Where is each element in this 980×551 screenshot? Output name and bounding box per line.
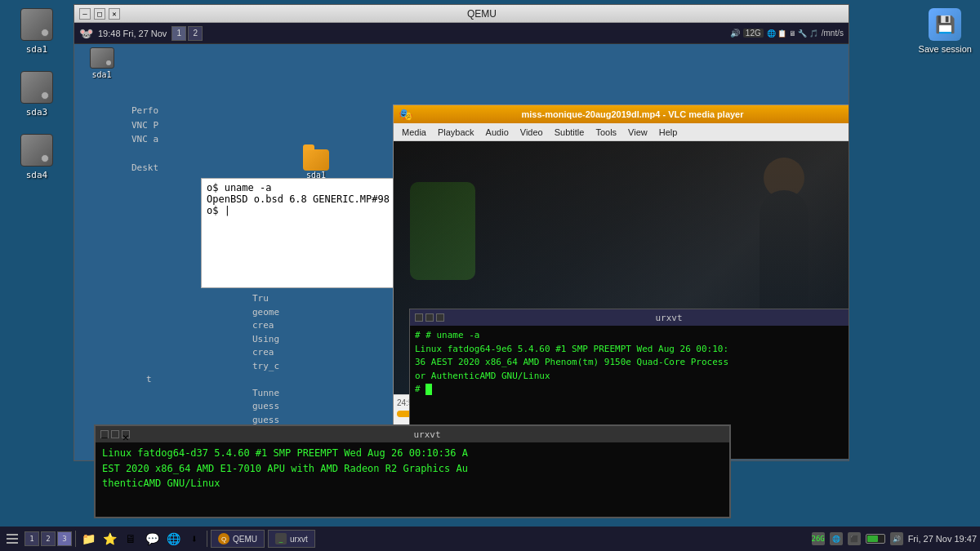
urxvt-middle-maximize[interactable] xyxy=(425,313,434,322)
urxvt-middle-title: urxvt xyxy=(444,313,849,323)
urxvt-bottom-content: Linux fatdog64-d37 5.4.60 #1 SMP PREEMPT… xyxy=(96,442,729,517)
vlc-title-text: miss-monique-20aug2019dl.mp4 - VLC media… xyxy=(412,109,849,119)
bg-text-b1: Tru xyxy=(252,292,279,306)
hdd-icon-sda3 xyxy=(20,71,53,104)
taskbar-star-icon[interactable]: ⭐ xyxy=(100,530,118,548)
qemu-bg-text-bottom: Tru geome crea Using crea try_c Tunne gu… xyxy=(252,292,279,427)
xfce-workspaces: 1 2 xyxy=(172,26,203,41)
sda1-label: sda1 xyxy=(26,44,48,55)
urxvt-middle-controls[interactable] xyxy=(415,313,444,322)
qemu-bg-text-top: Perfo VNC P VNC a Deskt xyxy=(131,104,158,176)
taskbar-volume-icon[interactable]: 🔊 xyxy=(890,532,903,545)
bg-text-b2: geome xyxy=(252,306,279,320)
bg-text-b5: crea xyxy=(252,346,279,360)
taskbar-qemu-icon: Q xyxy=(218,533,229,544)
xfce-tray: 🔊 12G 🌐 📋 🖥 🔧 🎵 /mnt/s xyxy=(730,29,844,38)
qemu-close-btn[interactable]: ✕ xyxy=(109,8,120,20)
qemu-maximize-btn[interactable]: □ xyxy=(94,8,105,20)
urxvt-middle-minimize[interactable] xyxy=(415,313,423,322)
vlc-menu-video[interactable]: Video xyxy=(515,126,548,139)
taskbar-ws-3[interactable]: 3 xyxy=(57,531,72,546)
taskbar-urxvt-btn[interactable]: _ urxvt xyxy=(268,530,315,548)
qemu-window-controls[interactable]: – □ ✕ xyxy=(79,8,120,20)
urxvt-bottom-controls[interactable]: – ✕ xyxy=(100,430,130,438)
hdd-icon-sda1 xyxy=(20,8,53,41)
taskbar-browser-icon[interactable]: 🌐 xyxy=(164,530,182,548)
vlc-menu-view[interactable]: View xyxy=(623,126,653,139)
qemu-folder-icon xyxy=(303,149,329,171)
svg-rect-1 xyxy=(7,538,18,540)
urxvt-middle-titlebar: urxvt xyxy=(410,309,849,326)
sda3-label: sda3 xyxy=(26,107,48,118)
urxvt-middle-line-4: or AuthenticAMD GNU/Linux xyxy=(415,370,849,384)
urxvt-bottom-line-2: EST 2020 x86_64 AMD E1-7010 APU with AMD… xyxy=(102,461,723,477)
bg-text-b9: guess xyxy=(252,400,279,414)
urxvt-middle-line-2: Linux fatdog64-9e6 5.4.60 #1 SMP PREEMPT… xyxy=(415,343,849,357)
bg-text-2: VNC P xyxy=(131,119,158,133)
taskbar-ws-1[interactable]: 1 xyxy=(24,531,39,546)
taskbar-urxvt-label: urxvt xyxy=(290,535,308,544)
xfce-tray-volume: 🔊 xyxy=(730,29,740,38)
qemu-sda1-label: sda1 xyxy=(91,70,111,79)
sda3-icon[interactable]: sda3 xyxy=(8,71,65,118)
vlc-menu-media[interactable]: Media xyxy=(397,126,431,139)
qemu-sda1-icon-box xyxy=(90,47,114,69)
urxvt-bottom-title: urxvt xyxy=(130,429,724,440)
bg-text-b6: try_c xyxy=(252,360,279,374)
taskbar-right: 26G 🌐 ⬛ 🔊 Fri, 27 Nov 19:47 xyxy=(812,532,977,545)
xfce-ws-2[interactable]: 2 xyxy=(188,26,203,41)
taskbar-qemu-btn[interactable]: Q QEMU xyxy=(211,530,265,548)
taskbar: 1 2 3 📁 ⭐ 🖥 💬 🌐 ⬇ Q QEMU _ urxvt 26G 🌐 xyxy=(0,527,980,551)
qemu-desktop-icons: sda1 xyxy=(79,47,124,79)
outer-desktop: sda1 sda3 sda4 💾 Save session – □ ✕ QEMU xyxy=(0,0,980,551)
taskbar-menu-btn[interactable] xyxy=(3,530,21,548)
bg-text-1: Perfo xyxy=(131,104,158,118)
taskbar-battery-bar xyxy=(866,534,885,544)
vlc-menu-playback[interactable]: Playback xyxy=(433,126,479,139)
vlc-menu-subtitle[interactable]: Subtitle xyxy=(550,126,590,139)
taskbar-terminal-icon[interactable]: 🖥 xyxy=(122,530,140,548)
xfce-ws-1[interactable]: 1 xyxy=(172,26,186,41)
sda4-icon[interactable]: sda4 xyxy=(8,134,65,180)
taskbar-usb-icon: ⬛ xyxy=(848,532,861,545)
xfce-network-icons: 🌐 📋 🖥 🔧 🎵 xyxy=(767,29,818,38)
vlc-menu-help[interactable]: Help xyxy=(654,126,683,139)
vlc-menu-audio[interactable]: Audio xyxy=(481,126,514,139)
vlc-logo-icon: 🎭 xyxy=(399,108,412,121)
bg-text-5: Deskt xyxy=(131,162,158,176)
xfce-menu-icon[interactable]: 🐭 xyxy=(79,27,93,40)
hdd-icon-sda4 xyxy=(20,134,53,167)
urxvt-bottom-titlebar: – ✕ urxvt xyxy=(96,426,729,442)
taskbar-network-icon: 🌐 xyxy=(830,532,843,545)
qemu-sda1-folder[interactable]: sda1 xyxy=(303,149,329,180)
vlc-menu-tools[interactable]: Tools xyxy=(590,126,621,139)
urxvt-middle-close[interactable] xyxy=(436,313,444,322)
qemu-sda1-desktop-icon[interactable]: sda1 xyxy=(79,47,124,79)
urxvt-bottom-maximize[interactable] xyxy=(111,430,119,438)
xfce-panel: 🐭 19:48 Fri, 27 Nov 1 2 🔊 12G 🌐 📋 🖥 🔧 🎵 … xyxy=(74,23,849,44)
qemu-window-title: QEMU xyxy=(120,8,844,20)
bg-text-b4: Using xyxy=(252,333,279,347)
taskbar-sep-1 xyxy=(75,531,76,547)
qemu-minimize-btn[interactable]: – xyxy=(79,8,91,20)
taskbar-urxvt-icon: _ xyxy=(275,533,287,544)
taskbar-qemu-label: QEMU xyxy=(233,535,257,544)
save-session-icon: 💾 xyxy=(929,8,961,41)
urxvt-bottom-line-3: thenticAMD GNU/Linux xyxy=(102,476,723,491)
urxvt-middle-line-5: # xyxy=(415,383,849,397)
bg-text-b3: crea xyxy=(252,319,279,333)
taskbar-chat-icon[interactable]: 💬 xyxy=(143,530,161,548)
bg-text-4 xyxy=(131,148,158,162)
xfce-path: /mnt/s xyxy=(822,29,844,38)
taskbar-ws-2[interactable]: 2 xyxy=(41,531,56,546)
urxvt-bottom-minimize[interactable]: – xyxy=(100,430,109,438)
taskbar-download-icon[interactable]: ⬇ xyxy=(185,530,203,548)
taskbar-filemanager-icon[interactable]: 📁 xyxy=(79,530,97,548)
urxvt-middle-line-3: 36 AEST 2020 x86_64 AMD Phenom(tm) 9150e… xyxy=(415,356,849,370)
sda1-icon[interactable]: sda1 xyxy=(8,8,65,55)
xfce-battery: 12G xyxy=(743,29,764,38)
urxvt-bottom-terminal[interactable]: – ✕ urxvt Linux fatdog64-d37 5.4.60 #1 S… xyxy=(94,424,731,518)
urxvt-bottom-close[interactable]: ✕ xyxy=(122,430,130,438)
taskbar-sep-2 xyxy=(207,531,207,547)
taskbar-battery-label: 26G xyxy=(812,535,825,543)
